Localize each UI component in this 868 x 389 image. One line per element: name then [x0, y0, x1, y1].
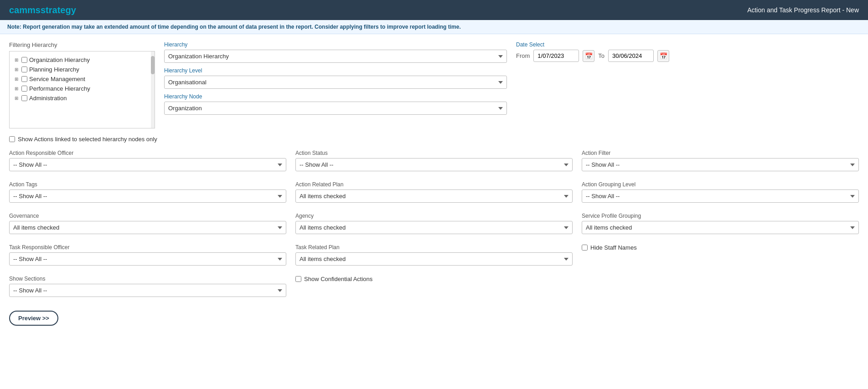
tree-item-checkbox[interactable]: [21, 95, 27, 101]
tree-item-label: Performance Hierarchy: [29, 85, 90, 92]
service-profile-grouping-label: Service Profile Grouping: [582, 213, 859, 219]
action-status-select[interactable]: -- Show All --: [295, 158, 573, 171]
action-grouping-level-select[interactable]: -- Show All --: [582, 189, 859, 203]
logo: cammsstrategy: [9, 5, 76, 15]
agency-select[interactable]: All items checked: [295, 221, 573, 234]
action-responsible-officer-group: Action Responsible Officer -- Show All -…: [9, 150, 286, 176]
col3: Action Filter -- Show All -- Action Grou…: [582, 150, 859, 307]
show-confidential-actions-group: Show Confidential Actions: [295, 276, 573, 282]
show-sections-select[interactable]: -- Show All --: [9, 284, 286, 297]
hierarchy-node-label: Hierarchy Node: [164, 93, 507, 100]
date-from-label: From: [516, 52, 530, 59]
action-tags-select[interactable]: -- Show All --: [9, 189, 286, 203]
logo-strategy: strategy: [41, 5, 76, 15]
hide-staff-names-row: Hide Staff Names: [582, 244, 859, 251]
tree-container: ⊞Organization Hierarchy⊞Planning Hierarc…: [9, 51, 155, 128]
tree-scrollbar[interactable]: [151, 51, 155, 128]
action-tags-label: Action Tags: [9, 181, 286, 188]
task-responsible-officer-group: Task Responsible Officer -- Show All --: [9, 244, 286, 270]
action-filter-select[interactable]: -- Show All --: [582, 158, 859, 171]
header-title: Action and Task Progress Report - New: [747, 6, 859, 14]
service-profile-grouping-group: Service Profile Grouping All items check…: [582, 213, 859, 239]
calendar-to-icon[interactable]: 📅: [657, 50, 669, 62]
agency-label: Agency: [295, 213, 573, 219]
action-related-plan-select[interactable]: All items checked: [295, 189, 573, 203]
action-grouping-level-group: Action Grouping Level -- Show All --: [582, 181, 859, 207]
tree-item: ⊞Performance Hierarchy: [13, 84, 151, 93]
logo-camms: camms: [9, 5, 41, 15]
date-from-input[interactable]: [533, 50, 579, 62]
top-section: Filtering Hierarchy ⊞Organization Hierar…: [9, 41, 859, 128]
show-confidential-actions-label: Show Confidential Actions: [304, 276, 372, 282]
action-filter-group: Action Filter -- Show All --: [582, 150, 859, 176]
tree-item-checkbox[interactable]: [21, 76, 27, 82]
col2: Action Status -- Show All -- Action Rela…: [295, 150, 573, 307]
tree-item-label: Administration: [29, 95, 67, 102]
main-content: Filtering Hierarchy ⊞Organization Hierar…: [0, 34, 868, 333]
task-related-plan-label: Task Related Plan: [295, 244, 573, 251]
hierarchy-panel: Hierarchy Organization Hierarchy Hierarc…: [164, 41, 507, 128]
date-to-input[interactable]: [608, 50, 654, 62]
hierarchy-select[interactable]: Organization Hierarchy: [164, 50, 507, 63]
show-actions-row: Show Actions linked to selected hierarch…: [9, 136, 859, 143]
service-profile-grouping-select[interactable]: All items checked: [582, 221, 859, 234]
governance-select[interactable]: All items checked: [9, 221, 286, 234]
hide-staff-names-checkbox[interactable]: [582, 245, 588, 251]
task-related-plan-group: Task Related Plan All items checked: [295, 244, 573, 270]
show-actions-checkbox[interactable]: [9, 136, 15, 142]
action-filter-label: Action Filter: [582, 150, 859, 156]
tree-item-label: Organization Hierarchy: [29, 56, 90, 63]
date-panel: Date Select From 📅 To 📅: [516, 41, 859, 128]
date-select-label: Date Select: [516, 41, 859, 48]
task-related-plan-select[interactable]: All items checked: [295, 252, 573, 266]
hierarchy-node-select[interactable]: Organization: [164, 102, 507, 115]
tree-item-checkbox[interactable]: [21, 57, 27, 63]
show-sections-group: Show Sections -- Show All --: [9, 276, 286, 302]
tree-item-label: Planning Hierarchy: [29, 66, 79, 73]
calendar-from-icon[interactable]: 📅: [583, 50, 594, 62]
header: cammsstrategy Action and Task Progress R…: [0, 0, 868, 20]
agency-group: Agency All items checked: [295, 213, 573, 239]
hierarchy-level-label: Hierarchy Level: [164, 67, 507, 74]
tree-expand-icon[interactable]: ⊞: [13, 67, 20, 72]
tree-item: ⊞Organization Hierarchy: [13, 55, 151, 65]
date-row: From 📅 To 📅: [516, 50, 859, 62]
notice-bar: Note: Report generation may take an exte…: [0, 20, 868, 34]
col1: Action Responsible Officer -- Show All -…: [9, 150, 286, 307]
tree-expand-icon[interactable]: ⊞: [13, 57, 20, 62]
tree-item-checkbox[interactable]: [21, 67, 27, 72]
task-responsible-officer-select[interactable]: -- Show All --: [9, 252, 286, 266]
date-to-label: To: [598, 52, 604, 59]
tree-item: ⊞Service Management: [13, 74, 151, 84]
tree-expand-icon[interactable]: ⊞: [13, 96, 20, 101]
governance-label: Governance: [9, 213, 286, 219]
action-grouping-level-label: Action Grouping Level: [582, 181, 859, 188]
filtering-hierarchy-title: Filtering Hierarchy: [9, 41, 155, 48]
tree-item-checkbox[interactable]: [21, 86, 27, 92]
show-confidential-actions-row: Show Confidential Actions: [295, 276, 573, 282]
action-tags-group: Action Tags -- Show All --: [9, 181, 286, 207]
action-responsible-officer-select[interactable]: -- Show All --: [9, 158, 286, 171]
filtering-hierarchy-panel: Filtering Hierarchy ⊞Organization Hierar…: [9, 41, 155, 128]
action-responsible-officer-label: Action Responsible Officer: [9, 150, 286, 156]
hide-staff-names-label: Hide Staff Names: [590, 244, 637, 251]
governance-group: Governance All items checked: [9, 213, 286, 239]
task-responsible-officer-label: Task Responsible Officer: [9, 244, 286, 251]
show-sections-label: Show Sections: [9, 276, 286, 282]
tree-expand-icon[interactable]: ⊞: [13, 77, 20, 82]
action-status-group: Action Status -- Show All --: [295, 150, 573, 176]
hide-staff-names-group: Hide Staff Names: [582, 244, 859, 251]
tree-item: ⊞Planning Hierarchy: [13, 65, 151, 74]
tree-item: ⊞Administration: [13, 93, 151, 103]
preview-button[interactable]: Preview >>: [9, 311, 58, 326]
show-confidential-actions-checkbox[interactable]: [295, 276, 301, 282]
tree-expand-icon[interactable]: ⊞: [13, 86, 20, 91]
scrollbar-thumb: [151, 56, 155, 74]
action-status-label: Action Status: [295, 150, 573, 156]
tree-item-label: Service Management: [29, 76, 85, 82]
hierarchy-label: Hierarchy: [164, 41, 507, 48]
action-related-plan-group: Action Related Plan All items checked: [295, 181, 573, 207]
hierarchy-level-select[interactable]: Organisational: [164, 76, 507, 89]
action-related-plan-label: Action Related Plan: [295, 181, 573, 188]
filter-grid: Action Responsible Officer -- Show All -…: [9, 150, 859, 307]
